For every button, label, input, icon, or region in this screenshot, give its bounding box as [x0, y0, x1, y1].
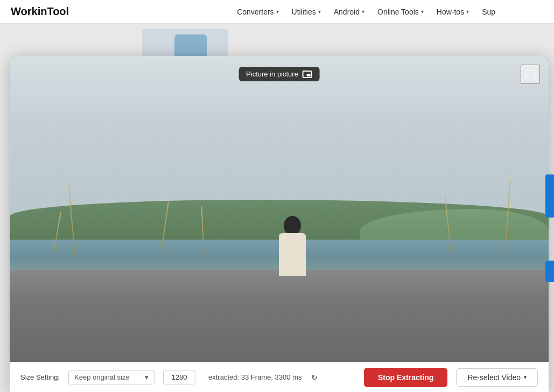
size-dropdown[interactable]: Keep original size ▾ — [68, 370, 155, 384]
pip-tooltip: Picture in picture — [239, 67, 320, 81]
header: WorkinTool Converters ▾ Utilities ▾ Andr… — [0, 0, 554, 24]
nav-online-tools[interactable]: Online Tools ▾ — [377, 8, 424, 16]
video-top-right-controls — [521, 65, 540, 84]
reselect-chevron-icon: ▾ — [524, 374, 527, 380]
converters-chevron-icon: ▾ — [276, 9, 279, 15]
extracted-info: extracted: 33 Frame, 3300 ms — [208, 373, 301, 381]
reselect-video-button[interactable]: Re-select Video ▾ — [456, 368, 538, 387]
nav-sup[interactable]: Sup — [482, 8, 495, 16]
android-chevron-icon: ▾ — [362, 9, 364, 15]
size-dropdown-chevron-icon: ▾ — [145, 373, 149, 381]
nav-utilities[interactable]: Utilities ▾ — [292, 8, 321, 16]
person-body — [279, 233, 306, 276]
nav-how-tos[interactable]: How-tos ▾ — [437, 8, 469, 16]
bottom-bar: Size Setting: Keep original size ▾ extra… — [10, 362, 549, 392]
blue-side-tab-bottom[interactable] — [545, 261, 554, 282]
cast-button[interactable] — [521, 65, 540, 84]
blue-side-tab-top[interactable] — [545, 174, 554, 218]
main-content: Picture in picture — [0, 24, 554, 392]
size-dropdown-value: Keep original size — [74, 373, 130, 381]
pip-icon — [303, 71, 312, 78]
size-width-input[interactable] — [163, 370, 195, 384]
how-tos-chevron-icon: ▾ — [466, 9, 469, 15]
person-figure — [271, 212, 314, 276]
video-scene: Picture in picture — [10, 56, 549, 362]
online-tools-chevron-icon: ▾ — [421, 9, 424, 15]
video-area: Picture in picture — [10, 56, 549, 362]
video-modal: Picture in picture — [10, 56, 549, 392]
rocks — [10, 270, 549, 362]
person-head — [284, 216, 301, 235]
utilities-chevron-icon: ▾ — [318, 9, 321, 15]
nav-android[interactable]: Android ▾ — [334, 8, 364, 16]
nav-converters[interactable]: Converters ▾ — [237, 8, 278, 16]
logo[interactable]: WorkinTool — [11, 5, 69, 18]
nav-bar: Converters ▾ Utilities ▾ Android ▾ Onlin… — [237, 8, 495, 16]
stop-extracting-button[interactable]: Stop Extracting — [364, 368, 447, 387]
size-setting-label: Size Setting: — [20, 373, 60, 381]
refresh-icon[interactable]: ↻ — [311, 373, 318, 382]
